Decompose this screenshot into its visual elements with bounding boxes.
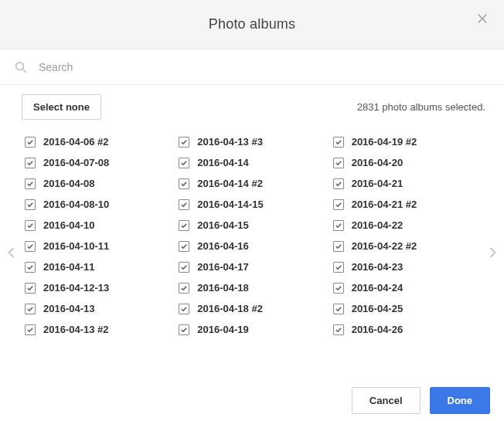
album-label: 2016-04-18 #2 xyxy=(197,303,263,314)
checkbox[interactable] xyxy=(333,220,344,231)
checkbox[interactable] xyxy=(333,158,344,168)
checkbox[interactable] xyxy=(179,262,189,273)
album-item[interactable]: 2016-04-13 xyxy=(23,298,172,319)
checkbox[interactable] xyxy=(179,199,189,210)
checkbox[interactable] xyxy=(25,220,36,231)
checkbox[interactable] xyxy=(179,283,189,294)
close-button[interactable] xyxy=(472,9,493,31)
album-item[interactable]: 2016-04-15 xyxy=(177,215,326,236)
close-icon xyxy=(475,12,489,29)
search-icon xyxy=(14,60,28,74)
checkbox[interactable] xyxy=(25,178,36,189)
album-item[interactable]: 2016-04-07-08 xyxy=(23,152,172,173)
album-item[interactable]: 2016-04-19 xyxy=(177,319,326,340)
album-label: 2016-04-13 #3 xyxy=(197,136,263,148)
album-item[interactable]: 2016-04-22 xyxy=(332,215,481,236)
album-item[interactable]: 2016-04-14 xyxy=(177,152,326,173)
chevron-left-icon xyxy=(5,243,18,265)
album-label: 2016-04-13 xyxy=(43,303,95,314)
album-item[interactable]: 2016-04-21 xyxy=(332,173,481,194)
album-item[interactable]: 2016-04-14-15 xyxy=(177,194,326,215)
album-label: 2016-04-19 #2 xyxy=(352,136,417,148)
checkbox[interactable] xyxy=(333,178,344,189)
checkbox[interactable] xyxy=(25,283,36,294)
check-icon xyxy=(180,284,188,292)
prev-page-button[interactable] xyxy=(0,128,23,379)
album-item[interactable]: 2016-04-10-11 xyxy=(23,236,172,256)
album-item[interactable]: 2016-04-26 xyxy=(332,319,481,340)
album-column: 2016-04-13 #32016-04-142016-04-14 #22016… xyxy=(177,131,326,373)
album-item[interactable]: 2016-04-25 xyxy=(332,298,481,319)
check-icon xyxy=(26,305,34,313)
checkbox[interactable] xyxy=(179,178,189,189)
checkbox[interactable] xyxy=(333,241,344,252)
check-icon xyxy=(180,222,188,229)
svg-point-0 xyxy=(16,62,24,70)
album-label: 2016-04-20 xyxy=(352,157,404,168)
checkbox[interactable] xyxy=(333,137,344,148)
album-item[interactable]: 2016-04-20 xyxy=(332,152,481,173)
album-label: 2016-04-23 xyxy=(352,261,404,273)
select-none-button[interactable]: Select none xyxy=(22,94,101,120)
checkbox[interactable] xyxy=(25,304,36,314)
check-icon xyxy=(335,243,342,250)
checkbox[interactable] xyxy=(25,262,36,273)
check-icon xyxy=(335,201,342,209)
toolbar: Select none 2831 photo albums selected. xyxy=(0,85,504,128)
album-item[interactable]: 2016-04-06 #2 xyxy=(23,131,172,152)
checkbox[interactable] xyxy=(179,220,189,231)
check-icon xyxy=(26,159,34,167)
next-page-button[interactable] xyxy=(481,128,504,379)
album-item[interactable]: 2016-04-17 xyxy=(177,256,326,277)
album-list-body: 2016-04-06 #22016-04-07-082016-04-082016… xyxy=(0,128,504,379)
checkbox[interactable] xyxy=(333,199,344,210)
checkbox[interactable] xyxy=(333,324,344,335)
album-item[interactable]: 2016-04-12-13 xyxy=(23,277,172,298)
album-item[interactable]: 2016-04-19 #2 xyxy=(332,131,481,152)
album-item[interactable]: 2016-04-08 xyxy=(23,173,172,194)
dialog-footer: Cancel Done xyxy=(0,379,504,421)
album-label: 2016-04-22 xyxy=(352,219,404,231)
album-item[interactable]: 2016-04-22 #2 xyxy=(332,236,481,256)
check-icon xyxy=(180,159,188,167)
checkbox[interactable] xyxy=(333,304,344,314)
checkbox[interactable] xyxy=(25,137,36,148)
album-item[interactable]: 2016-04-08-10 xyxy=(23,194,172,215)
checkbox[interactable] xyxy=(179,241,189,252)
checkbox[interactable] xyxy=(179,304,189,314)
album-item[interactable]: 2016-04-10 xyxy=(23,215,172,236)
checkbox[interactable] xyxy=(25,324,36,335)
album-item[interactable]: 2016-04-21 #2 xyxy=(332,194,481,215)
check-icon xyxy=(26,263,34,271)
checkbox[interactable] xyxy=(179,158,189,168)
album-item[interactable]: 2016-04-13 #2 xyxy=(23,319,172,340)
checkbox[interactable] xyxy=(333,283,344,294)
checkbox[interactable] xyxy=(179,137,189,148)
album-item[interactable]: 2016-04-16 xyxy=(177,236,326,256)
album-item[interactable]: 2016-04-13 #3 xyxy=(177,131,326,152)
album-label: 2016-04-08 xyxy=(43,178,95,189)
album-label: 2016-04-11 xyxy=(43,261,95,273)
search-input[interactable] xyxy=(37,60,490,74)
album-item[interactable]: 2016-04-18 #2 xyxy=(177,298,326,319)
album-label: 2016-04-18 xyxy=(197,282,249,294)
album-item[interactable]: 2016-04-11 xyxy=(23,256,172,277)
album-label: 2016-04-07-08 xyxy=(43,157,109,168)
checkbox[interactable] xyxy=(179,324,189,335)
album-item[interactable]: 2016-04-14 #2 xyxy=(177,173,326,194)
album-item[interactable]: 2016-04-24 xyxy=(332,277,481,298)
checkbox[interactable] xyxy=(25,241,36,252)
album-item[interactable]: 2016-04-23 xyxy=(332,256,481,277)
album-label: 2016-04-21 xyxy=(352,178,404,189)
svg-line-1 xyxy=(22,69,26,73)
check-icon xyxy=(335,284,342,292)
checkbox[interactable] xyxy=(333,262,344,273)
checkbox[interactable] xyxy=(25,199,36,210)
cancel-button[interactable]: Cancel xyxy=(352,387,421,414)
album-label: 2016-04-12-13 xyxy=(43,282,109,294)
album-label: 2016-04-08-10 xyxy=(43,199,109,210)
album-label: 2016-04-16 xyxy=(197,240,249,252)
album-item[interactable]: 2016-04-18 xyxy=(177,277,326,298)
done-button[interactable]: Done xyxy=(430,387,491,414)
checkbox[interactable] xyxy=(25,158,36,168)
